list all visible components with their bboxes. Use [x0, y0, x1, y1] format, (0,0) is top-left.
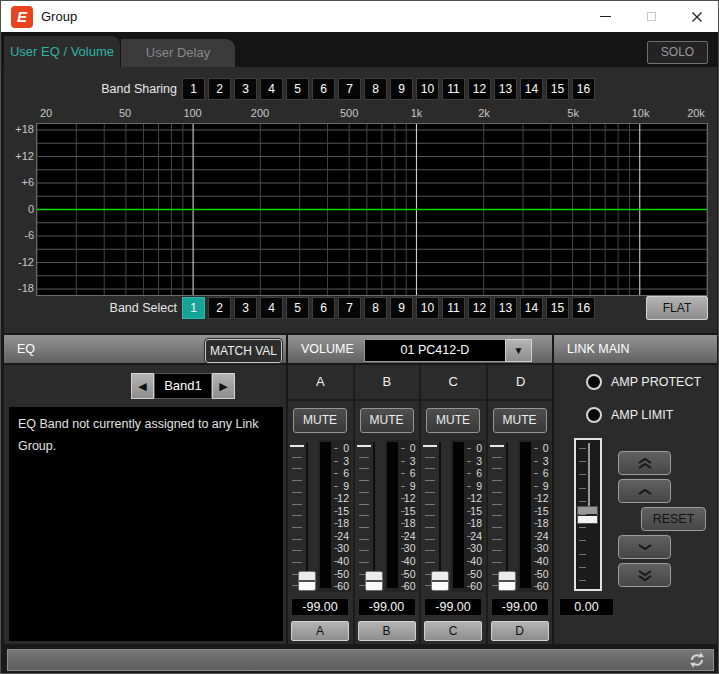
band-select-button-4[interactable]: 4 [260, 297, 283, 319]
scale-number-24: 24 [401, 530, 416, 542]
channel-value-A[interactable]: -99.00 [291, 598, 349, 616]
volume-panel-header: VOLUME 01 PC412-D ▼ [288, 333, 552, 365]
band-sharing-button-8[interactable]: 8 [364, 78, 387, 100]
link-fader-handle[interactable] [577, 506, 598, 524]
channel-value-C[interactable]: -99.00 [424, 598, 482, 616]
band-sharing-button-4[interactable]: 4 [260, 78, 283, 100]
band-sharing-button-14[interactable]: 14 [520, 78, 543, 100]
band-select-button-6[interactable]: 6 [312, 297, 335, 319]
link-main-value[interactable]: 0.00 [559, 598, 614, 616]
decrease-button[interactable] [618, 535, 671, 559]
scale-number-60: 60 [467, 580, 482, 592]
fader-zone-B: 03691215182430405060 [355, 438, 419, 594]
mute-button-D[interactable]: MUTE [493, 408, 547, 433]
band-sharing-button-12[interactable]: 12 [468, 78, 491, 100]
match-val-button[interactable]: MATCH VAL [205, 339, 282, 363]
fader-handle-C[interactable] [431, 571, 449, 591]
fader-tick [492, 562, 502, 563]
channel-value-B[interactable]: -99.00 [358, 598, 416, 616]
fader-tick [492, 504, 502, 505]
fader-tick [425, 550, 435, 551]
band-sharing-button-6[interactable]: 6 [312, 78, 335, 100]
band-select-button-8[interactable]: 8 [364, 297, 387, 319]
link-main-fader[interactable] [574, 438, 602, 591]
band-select-button-14[interactable]: 14 [520, 297, 543, 319]
band-select-button-1[interactable]: 1 [182, 297, 205, 319]
channel-button-C[interactable]: C [424, 621, 482, 641]
band-sharing-button-2[interactable]: 2 [208, 78, 231, 100]
band-select-button-2[interactable]: 2 [208, 297, 231, 319]
band-sharing-button-13[interactable]: 13 [494, 78, 517, 100]
channel-value-D[interactable]: -99.00 [491, 598, 549, 616]
channel-label-D: D [488, 365, 555, 401]
coarse-increase-button[interactable] [618, 451, 671, 475]
mute-button-A[interactable]: MUTE [293, 408, 347, 433]
channel-button-D[interactable]: D [491, 621, 549, 641]
band-sharing-button-11[interactable]: 11 [442, 78, 465, 100]
dropdown-arrow-button[interactable]: ▼ [505, 339, 532, 362]
eq-panel: EQ MATCH VAL ◀ Band1 ▶ EQ Band not curre… [4, 333, 288, 644]
scale-number-15: 15 [467, 505, 482, 517]
band-select-button-16[interactable]: 16 [572, 297, 595, 319]
fader-tick [359, 515, 369, 516]
channel-label-C: C [421, 365, 486, 401]
band-select-button-5[interactable]: 5 [286, 297, 309, 319]
fader-handle-D[interactable] [498, 571, 516, 591]
band-sharing-button-16[interactable]: 16 [572, 78, 595, 100]
minimize-button[interactable] [582, 1, 628, 32]
tab-user-delay[interactable]: User Delay [121, 39, 235, 67]
scale-number-9: 9 [401, 480, 416, 492]
band-sharing-button-3[interactable]: 3 [234, 78, 257, 100]
fader-handle-A[interactable] [298, 571, 316, 591]
tab-user-eq-volume[interactable]: User EQ / Volume [4, 36, 120, 67]
band-select-button-9[interactable]: 9 [390, 297, 413, 319]
channel-strip-D: DMUTE03691215182430405060-99.00D [488, 365, 555, 644]
band-select-button-11[interactable]: 11 [442, 297, 465, 319]
link-main-title: LINK MAIN [554, 342, 630, 356]
increase-button[interactable] [618, 479, 671, 503]
eq-response-graph[interactable] [36, 123, 708, 296]
channel-button-B[interactable]: B [358, 621, 416, 641]
band-select-button-15[interactable]: 15 [546, 297, 569, 319]
band-select-button-3[interactable]: 3 [234, 297, 257, 319]
channel-button-A[interactable]: A [291, 621, 349, 641]
close-button[interactable] [674, 1, 719, 32]
band-select-button-7[interactable]: 7 [338, 297, 361, 319]
link-main-header: LINK MAIN [554, 333, 717, 365]
flat-button[interactable]: FLAT [646, 296, 708, 320]
band-sharing-label: Band Sharing [97, 78, 177, 100]
mute-button-C[interactable]: MUTE [426, 408, 480, 433]
mute-button-B[interactable]: MUTE [360, 408, 414, 433]
band-select-strip: 12345678910111213141516 [182, 297, 595, 319]
band-sharing-button-9[interactable]: 9 [390, 78, 413, 100]
fader-tick [292, 527, 302, 528]
scale-number-12: 12 [334, 492, 349, 504]
link-fader-tick [579, 474, 586, 475]
fader-track-A[interactable] [306, 442, 308, 591]
band-select-button-12[interactable]: 12 [468, 297, 491, 319]
band-prev-button[interactable]: ◀ [131, 373, 154, 399]
band-sharing-button-10[interactable]: 10 [416, 78, 439, 100]
reset-button[interactable]: RESET [641, 507, 706, 531]
fader-track-D[interactable] [506, 442, 508, 591]
band-select-button-13[interactable]: 13 [494, 297, 517, 319]
solo-button[interactable]: SOLO [647, 41, 708, 64]
band-select-button-10[interactable]: 10 [416, 297, 439, 319]
link-fader-tick [579, 461, 586, 462]
band-sharing-button-7[interactable]: 7 [338, 78, 361, 100]
band-sharing-button-1[interactable]: 1 [182, 78, 205, 100]
refresh-icon[interactable] [688, 651, 706, 669]
fader-track-B[interactable] [373, 442, 375, 591]
fader-handle-B[interactable] [365, 571, 383, 591]
band-sharing-button-5[interactable]: 5 [286, 78, 309, 100]
fader-tick [492, 550, 502, 551]
band-next-button[interactable]: ▶ [212, 373, 235, 399]
device-selector[interactable]: 01 PC412-D ▼ [364, 339, 532, 362]
fader-track-C[interactable] [439, 442, 441, 591]
coarse-decrease-button[interactable] [618, 563, 671, 587]
scale-number-3: 3 [534, 455, 549, 467]
maximize-button[interactable] [628, 1, 674, 32]
scale-number-18: 18 [334, 517, 349, 529]
scale-number-40: 40 [401, 555, 416, 567]
band-sharing-button-15[interactable]: 15 [546, 78, 569, 100]
